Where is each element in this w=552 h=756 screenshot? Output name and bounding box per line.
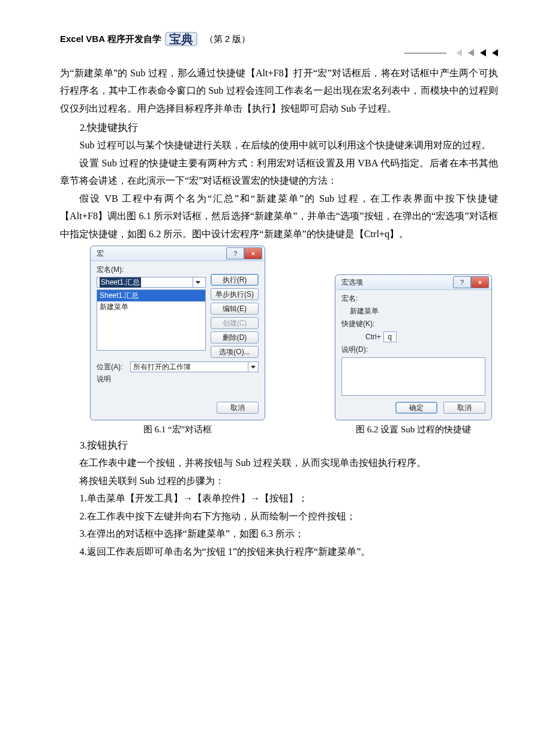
- figure-6-1: 宏 ? × 宏名(M): Sheet1.汇总: [90, 246, 265, 435]
- triangle-icon: [480, 49, 486, 56]
- macro-listbox[interactable]: Sheet1.汇总 新建菜单: [97, 289, 206, 351]
- titlebar-buttons: ? ×: [453, 276, 489, 288]
- step-item: 3.在弹出的对话框中选择“新建菜单”，如图 6.3 所示；: [60, 525, 498, 543]
- location-combo[interactable]: 所有打开的工作簿: [130, 361, 259, 372]
- run-button[interactable]: 执行(R): [211, 274, 259, 286]
- list-item[interactable]: Sheet1.汇总: [97, 290, 205, 301]
- location-value: 所有打开的工作簿: [131, 362, 248, 372]
- location-row: 位置(A): 所有打开的工作簿: [97, 361, 259, 372]
- edition-label: （第 2 版）: [205, 34, 251, 45]
- create-button: 创建(C): [211, 317, 259, 329]
- macro-dialog: 宏 ? × 宏名(M): Sheet1.汇总: [90, 246, 265, 420]
- step-item: 1.单击菜单【开发工具】→【表单控件】→【按钮】；: [60, 490, 498, 507]
- cancel-button[interactable]: 取消: [217, 402, 259, 414]
- description-label: 说明: [97, 374, 259, 384]
- macro-grid: 宏名(M): Sheet1.汇总 Sheet1.汇总 新建菜单 执行(: [97, 265, 259, 358]
- shortcut-key-input[interactable]: q: [383, 331, 397, 342]
- page-header: Excel VBA 程序开发自学 宝典 （第 2 版）: [60, 30, 498, 48]
- list-item[interactable]: 新建菜单: [97, 301, 205, 313]
- body-text: 为“新建菜单”的 Sub 过程，那么通过快捷键【Alt+F8】打开“宏”对话框后…: [60, 65, 498, 243]
- paragraph: 将按钮关联到 Sub 过程的步骤为：: [60, 473, 498, 490]
- close-button[interactable]: ×: [244, 247, 262, 259]
- badge-text: 宝典: [169, 32, 193, 46]
- book-title: Excel VBA 程序开发自学: [60, 34, 161, 45]
- figure-caption: 图 6.2 设置 Sub 过程的快捷键: [356, 424, 471, 435]
- options-dialog-title: 宏选项: [341, 277, 363, 288]
- macro-name-value: Sheet1.汇总: [100, 277, 141, 288]
- edit-button[interactable]: 编辑(E): [211, 303, 259, 315]
- header-left: Excel VBA 程序开发自学 宝典 （第 2 版）: [60, 30, 250, 48]
- paragraph: Sub 过程可以与某个快捷键进行关联，在后续的使用中就可以利用这个快捷键来调用对…: [60, 137, 498, 154]
- help-button[interactable]: ?: [453, 276, 471, 288]
- macro-name-input[interactable]: Sheet1.汇总: [97, 277, 206, 288]
- options-dialog-titlebar[interactable]: 宏选项 ? ×: [335, 275, 491, 290]
- shortcut-row: Ctrl+ q: [341, 331, 485, 342]
- close-button[interactable]: ×: [471, 276, 489, 288]
- chevron-down-icon[interactable]: [248, 362, 258, 372]
- step-item: 2.在工作表中按下左键并向右下方拖动，从而绘制一个控件按钮；: [60, 508, 498, 525]
- titlebar-buttons: ? ×: [226, 247, 262, 259]
- triangle-icon: [468, 49, 474, 56]
- figure-caption: 图 6.1 “宏”对话框: [143, 424, 212, 435]
- paragraph: 为“新建菜单”的 Sub 过程，那么通过快捷键【Alt+F8】打开“宏”对话框后…: [60, 65, 498, 118]
- macro-bottom: 位置(A): 所有打开的工作簿 说明: [97, 361, 259, 397]
- paragraph: 设置 Sub 过程的快捷键主要有两种方式：利用宏对话框设置及用 VBA 代码指定…: [60, 155, 498, 190]
- location-label: 位置(A):: [97, 362, 127, 372]
- ok-button[interactable]: 确定: [395, 402, 437, 414]
- macro-left-col: 宏名(M): Sheet1.汇总 Sheet1.汇总 新建菜单: [97, 265, 206, 358]
- options-button[interactable]: 选项(O)...: [211, 346, 259, 358]
- body-text-sec3: 3.按钮执行 在工作表中建一个按钮，并将按钮与 Sub 过程关联，从而实现单击按…: [60, 439, 498, 561]
- title-badge: 宝典: [165, 30, 197, 48]
- options-name-value: 新建菜单: [341, 306, 485, 316]
- cancel-button[interactable]: 取消: [443, 402, 485, 414]
- macro-right-col: 执行(R) 单步执行(S) 编辑(E) 创建(C) 删除(D) 选项(O)...: [211, 265, 259, 358]
- dropdown-icon[interactable]: [193, 277, 203, 287]
- section-heading-3: 3.按钮执行: [80, 439, 498, 452]
- options-inner: 宏名: 新建菜单 快捷键(K): Ctrl+ q 说明(D):: [341, 294, 485, 396]
- help-button[interactable]: ?: [226, 247, 244, 259]
- figure-6-2: 宏选项 ? × 宏名: 新建菜单 快捷键(K): Ctrl+ q: [335, 274, 492, 435]
- triangle-icon: [456, 49, 462, 56]
- paragraph: 在工作表中建一个按钮，并将按钮与 Sub 过程关联，从而实现单击按钮执行程序。: [60, 455, 498, 472]
- figures-row: 宏 ? × 宏名(M): Sheet1.汇总: [60, 246, 498, 435]
- shortcut-prefix: Ctrl+: [365, 333, 381, 341]
- macro-options-dialog: 宏选项 ? × 宏名: 新建菜单 快捷键(K): Ctrl+ q: [335, 274, 492, 420]
- macro-name-label: 宏名(M):: [97, 265, 206, 275]
- options-shortcut-label: 快捷键(K):: [341, 319, 485, 329]
- section-heading-2: 2.快捷键执行: [80, 121, 498, 135]
- options-desc-label: 说明(D):: [341, 345, 485, 355]
- options-footer: 确定 取消: [341, 402, 485, 414]
- macro-dialog-body: 宏名(M): Sheet1.汇总 Sheet1.汇总 新建菜单 执行(: [91, 261, 265, 420]
- header-line: [404, 53, 446, 53]
- options-name-label: 宏名:: [341, 294, 485, 304]
- step-item: 4.返回工作表后即可单击名为“按钮 1”的按钮来执行程序“新建菜单”。: [60, 543, 498, 561]
- header-right-decor: [404, 49, 498, 56]
- paragraph: 假设 VB 工程中有两个名为“汇总”和“新建菜单”的 Sub 过程，在工作表界面…: [60, 190, 498, 243]
- options-dialog-body: 宏名: 新建菜单 快捷键(K): Ctrl+ q 说明(D): 确定 取消: [335, 290, 491, 420]
- badge-svg: 宝典: [165, 30, 197, 48]
- macro-dialog-title: 宏: [97, 249, 104, 259]
- page: Excel VBA 程序开发自学 宝典 （第 2 版） 为“新建菜单”的 Sub…: [0, 0, 552, 591]
- macro-dialog-titlebar[interactable]: 宏 ? ×: [91, 246, 265, 261]
- macro-footer: 取消: [97, 402, 259, 414]
- triangle-icon: [492, 49, 498, 56]
- options-desc-textarea[interactable]: [341, 357, 485, 396]
- step-button[interactable]: 单步执行(S): [211, 288, 259, 300]
- delete-button[interactable]: 删除(D): [211, 331, 259, 343]
